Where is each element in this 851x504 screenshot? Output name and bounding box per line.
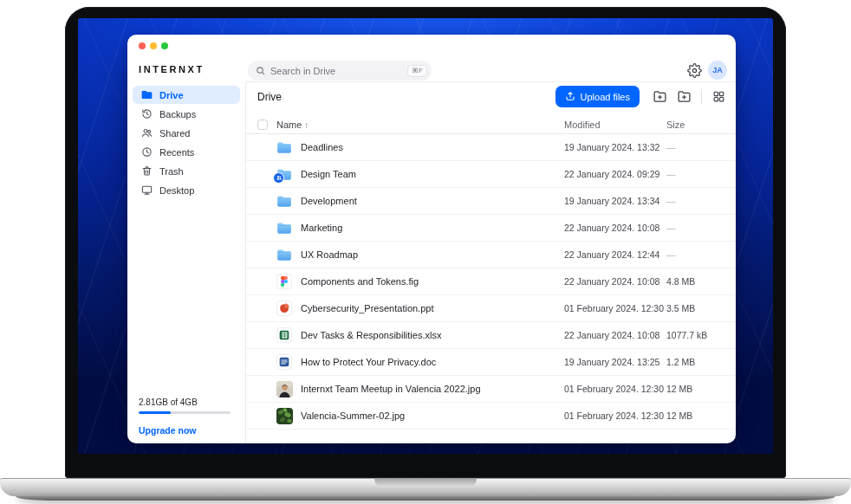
file-row[interactable]: Dev Tasks & Responsibilities.xlsx22 Janu… [246,322,736,349]
folder-shared-icon [276,168,301,181]
settings-gear-icon[interactable] [687,63,702,78]
photo-person-icon [276,381,301,397]
file-name: How to Protect Your Privacy.doc [301,357,564,367]
folder-icon [276,249,301,262]
file-modified: 22 January 2024. 10:08 [564,330,666,340]
breadcrumb: Drive [257,91,555,103]
file-size: 12 MB [666,410,724,421]
sidebar-item-label: Drive [159,90,184,100]
file-row[interactable]: Valencia-Summer-02.jpg01 February 2024. … [246,403,736,430]
column-header-modified[interactable]: Modified [564,120,666,130]
sidebar-item-label: Recents [159,147,194,158]
file-row[interactable]: Development19 January 2024. 13:34— [246,188,736,215]
file-size: — [666,223,724,233]
file-row[interactable]: UX Roadmap22 January 2024. 12:44— [246,242,736,268]
file-modified: 01 February 2024. 12:30 [564,303,666,313]
file-row[interactable]: Cybersecurity_Presentation.ppt01 Februar… [246,295,736,322]
figma-icon [276,274,301,289]
main-panel: Search in Drive ⌘F JA Drive [246,35,736,443]
sidebar-item-label: Shared [159,128,190,139]
toolbar-actions: Upload files [555,86,726,107]
storage-progress-fill [139,411,171,414]
file-name: Marketing [301,223,564,233]
file-name: Development [301,196,564,206]
laptop-base-edge [16,496,835,501]
file-size: 1.2 MB [666,357,724,367]
file-size: 1077.7 kB [666,330,724,340]
sidebar-item-label: Backups [159,109,196,120]
powerpoint-icon [276,300,301,316]
file-modified: 01 February 2024. 12:30 [564,410,666,421]
sidebar-item-desktop[interactable]: Desktop [133,181,240,199]
file-modified: 22 January 2024. 09:29 [564,169,666,179]
upload-folder-icon[interactable] [653,89,667,104]
file-name: Internxt Team Meetup in Valencia 2022.jp… [301,384,564,394]
photo-leaves-icon [276,408,301,424]
file-row[interactable]: Marketing22 January 2024. 10:08— [246,215,736,242]
upload-files-button[interactable]: Upload files [555,86,640,107]
file-size: — [666,196,724,206]
folder-icon [276,141,301,154]
sidebar: INTERNXT DriveBackupsSharedRecentsTrashD… [127,35,245,443]
trash-icon [140,165,153,178]
search-input[interactable]: Search in Drive ⌘F [248,61,432,81]
sidebar-item-trash[interactable]: Trash [133,162,240,180]
shared-folder-badge [273,172,284,184]
sidebar-item-backups[interactable]: Backups [133,105,240,123]
folder-icon [276,222,301,235]
desktop-icon [140,184,153,197]
file-modified: 22 January 2024. 10:08 [564,223,666,233]
storage-usage-text: 2.81GB of 4GB [139,397,231,407]
column-header-name[interactable]: Name↑ [276,120,564,130]
file-size: — [666,142,724,152]
sidebar-nav: DriveBackupsSharedRecentsTrashDesktop [133,86,240,199]
sidebar-item-shared[interactable]: Shared [133,124,240,142]
sidebar-item-label: Trash [159,166,184,177]
sidebar-item-label: Desktop [159,185,194,196]
file-row[interactable]: Deadlines19 January 2024. 13:32— [246,134,736,161]
file-row[interactable]: Design Team22 January 2024. 09:29— [246,161,736,188]
new-folder-icon[interactable] [677,89,692,104]
file-name: Valencia-Summer-02.jpg [301,410,564,421]
search-icon [256,63,265,79]
search-placeholder: Search in Drive [270,66,407,76]
file-modified: 19 January 2024. 13:25 [564,357,666,367]
column-header-size[interactable]: Size [666,120,724,130]
app-logo: INTERNXT [139,64,205,74]
storage-widget: 2.81GB of 4GB Upgrade now [139,397,231,436]
window-controls [139,42,168,49]
file-name: Deadlines [301,142,564,152]
screenshot-stage: INTERNXT DriveBackupsSharedRecentsTrashD… [0,0,851,504]
top-bar: Search in Drive ⌘F JA [246,35,736,82]
file-name: Design Team [301,169,564,179]
clock-icon [140,146,153,158]
excel-icon [276,327,301,343]
close-window-button[interactable] [139,42,146,49]
file-size: — [666,169,724,179]
file-row[interactable]: How to Protect Your Privacy.doc19 Januar… [246,349,736,376]
minimize-window-button[interactable] [150,42,157,49]
select-all-checkbox[interactable] [257,120,268,130]
drive-toolbar: Drive Upload files [246,82,736,111]
zoom-window-button[interactable] [161,42,168,49]
file-modified: 01 February 2024. 12:30 [564,384,666,394]
grid-view-icon[interactable] [711,89,726,104]
word-icon [276,354,301,370]
storage-progress-bar [139,411,231,414]
file-name: UX Roadmap [301,249,564,260]
file-row[interactable]: Components and Tokens.fig22 January 2024… [246,268,736,295]
history-icon [140,108,153,120]
users-icon [140,127,153,139]
file-name: Cybersecurity_Presentation.ppt [301,303,564,313]
file-row[interactable]: Internxt Team Meetup in Valencia 2022.jp… [246,376,736,403]
sidebar-item-drive[interactable]: Drive [133,86,240,104]
file-modified: 22 January 2024. 12:44 [564,249,666,260]
sort-ascending-icon: ↑ [304,120,309,130]
file-size: 12 MB [666,384,724,394]
file-modified: 22 January 2024. 10:08 [564,276,666,287]
laptop-base [0,478,851,496]
avatar[interactable]: JA [708,61,727,80]
file-size: 3.5 MB [666,303,724,313]
upgrade-link[interactable]: Upgrade now [139,425,231,436]
sidebar-item-recents[interactable]: Recents [133,143,240,161]
